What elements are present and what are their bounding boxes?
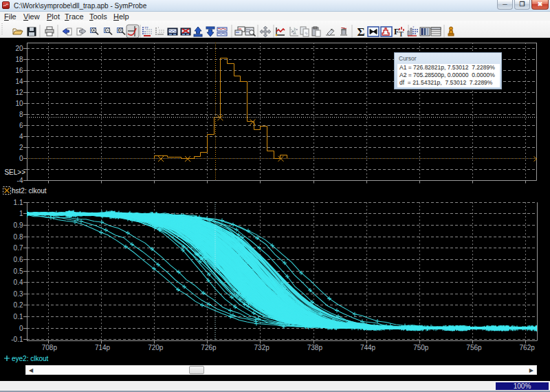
svg-text:-4: -4 (17, 177, 23, 184)
svg-text:SEL>>: SEL>> (4, 168, 25, 176)
svg-text:12: 12 (15, 89, 23, 96)
svg-text:1: 1 (19, 210, 23, 217)
svg-text:T: T (399, 30, 404, 38)
svg-text:714p: 714p (95, 344, 111, 351)
svg-text:732p: 732p (254, 344, 270, 351)
svg-text:0.3: 0.3 (14, 290, 23, 298)
svg-text:0.1: 0.1 (14, 313, 23, 320)
svg-text:738p: 738p (307, 344, 323, 351)
svg-text:18: 18 (15, 56, 23, 63)
svg-text:8: 8 (19, 111, 23, 118)
svg-text:0.5: 0.5 (14, 268, 23, 275)
svg-text:Σ: Σ (357, 25, 364, 38)
svg-text:750p: 750p (413, 344, 429, 351)
svg-text:708p: 708p (42, 344, 58, 351)
svg-text:0.6: 0.6 (14, 256, 23, 263)
svg-text:-0.1: -0.1 (11, 336, 23, 343)
svg-text:eye2: clkout: eye2: clkout (12, 355, 49, 362)
svg-text:0.8: 0.8 (14, 233, 23, 241)
svg-text:7: 7 (412, 25, 415, 29)
svg-text:2: 2 (19, 144, 23, 151)
svg-text:0: 0 (19, 325, 23, 332)
svg-text:726p: 726p (201, 344, 217, 351)
svg-text:720p: 720p (148, 344, 164, 351)
svg-text:0: 0 (19, 155, 23, 162)
svg-text:744p: 744p (360, 344, 376, 351)
svg-text:14: 14 (15, 78, 23, 85)
svg-text:4: 4 (19, 133, 23, 140)
svg-text:0.4: 0.4 (14, 279, 23, 286)
svg-text:0.7: 0.7 (14, 244, 23, 252)
svg-text:77: 77 (144, 26, 148, 30)
svg-text:756p: 756p (466, 344, 482, 351)
svg-text:10: 10 (15, 100, 23, 107)
svg-text:0.9: 0.9 (14, 221, 23, 229)
svg-text:16: 16 (15, 67, 23, 74)
svg-text:6: 6 (19, 122, 23, 129)
svg-text:762p: 762p (520, 344, 536, 351)
svg-text:20: 20 (15, 45, 23, 52)
svg-text:1.1: 1.1 (14, 199, 23, 206)
svg-text:0.2: 0.2 (14, 301, 23, 309)
svg-text:R: R (120, 28, 122, 32)
svg-text:hst2: clkout: hst2: clkout (12, 187, 47, 195)
